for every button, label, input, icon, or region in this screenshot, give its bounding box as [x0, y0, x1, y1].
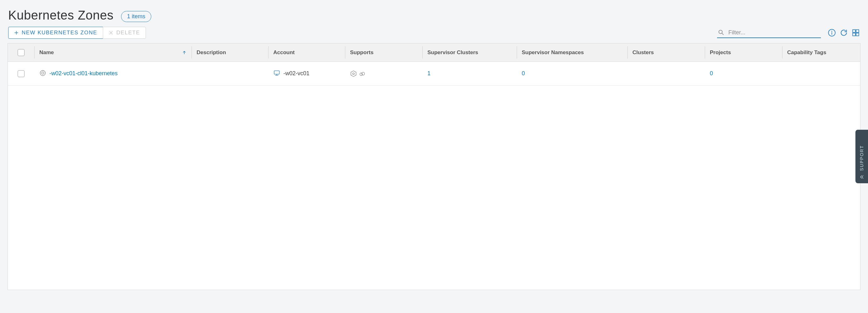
search-icon [718, 29, 724, 36]
refresh-icon[interactable] [840, 29, 848, 37]
toolbar-icons [828, 29, 860, 37]
viewport: Kubernetes Zones 1 items NEW KUBERNETES … [0, 0, 868, 313]
description-cell [191, 69, 268, 78]
svg-point-2 [832, 31, 833, 32]
column-header-supervisor-clusters[interactable]: Supervisor Clusters [422, 44, 517, 61]
supports-cell [345, 66, 422, 82]
filter-field[interactable] [717, 28, 821, 38]
new-kubernetes-zone-button[interactable]: NEW KUBERNETES ZONE [8, 27, 103, 39]
column-header-supervisor-namespaces[interactable]: Supervisor Namespaces [517, 44, 627, 61]
filter-input[interactable] [728, 29, 820, 36]
account-cell: -w02-vc01 [268, 65, 345, 82]
cloud-icon [359, 70, 366, 77]
sort-asc-icon [182, 50, 186, 55]
projects-link[interactable]: 0 [710, 69, 713, 78]
column-header-supervisor-clusters-label: Supervisor Clusters [427, 50, 478, 56]
projects-cell: 0 [705, 65, 782, 82]
column-header-capability-tags[interactable]: Capability Tags [782, 44, 860, 61]
zone-name-link[interactable]: -w02-vc01-cl01-kubernetes [50, 69, 118, 78]
svg-point-11 [352, 73, 354, 75]
plus-icon [14, 31, 19, 35]
column-header-supports-label: Supports [350, 50, 374, 56]
svg-marker-10 [351, 70, 356, 76]
account-value: -w02-vc01 [283, 69, 309, 78]
svg-point-12 [360, 73, 362, 75]
column-header-name[interactable]: Name [34, 44, 191, 61]
supervisor-clusters-cell: 1 [422, 65, 517, 82]
support-tab-label: SUPPORT [859, 145, 864, 171]
supervisor-namespaces-cell: 0 [517, 65, 627, 82]
chevrons-left-icon [859, 174, 864, 179]
delete-label: DELETE [116, 30, 140, 36]
svg-point-8 [41, 72, 44, 74]
clusters-cell [627, 69, 705, 78]
page-header: Kubernetes Zones 1 items [0, 0, 868, 25]
supervisor-clusters-link[interactable]: 1 [427, 69, 431, 78]
delete-button: DELETE [103, 27, 146, 39]
zone-icon [39, 69, 46, 77]
column-header-account[interactable]: Account [268, 44, 345, 61]
info-icon[interactable] [828, 29, 836, 37]
column-header-description-label: Description [196, 50, 226, 56]
table-header-row: Name Description Account Supports Superv… [8, 44, 860, 62]
svg-point-7 [40, 70, 45, 76]
column-header-name-label: Name [39, 50, 54, 56]
supervisor-namespaces-link[interactable]: 0 [522, 69, 525, 78]
column-header-projects-label: Projects [710, 50, 731, 56]
row-select-cell [8, 66, 34, 82]
page-title: Kubernetes Zones [8, 8, 114, 22]
row-select-checkbox[interactable] [18, 70, 25, 77]
column-header-supervisor-namespaces-label: Supervisor Namespaces [522, 50, 584, 56]
column-header-select [8, 44, 34, 61]
vcenter-icon [273, 69, 280, 77]
svg-rect-9 [274, 71, 280, 74]
column-header-clusters-label: Clusters [632, 50, 654, 56]
table-row: -w02-vc01-cl01-kubernetes -w02-vc01 [8, 62, 860, 86]
svg-rect-3 [852, 30, 856, 32]
name-cell: -w02-vc01-cl01-kubernetes [34, 65, 191, 82]
kubernetes-zones-table: Name Description Account Supports Superv… [7, 43, 861, 290]
svg-point-0 [719, 30, 722, 34]
toolbar: NEW KUBERNETES ZONE DELETE [0, 25, 868, 43]
grid-view-icon[interactable] [851, 29, 860, 37]
close-icon [109, 31, 113, 35]
column-header-account-label: Account [273, 50, 295, 56]
item-count-pill: 1 items [121, 11, 151, 22]
capability-tags-cell [782, 69, 860, 78]
column-header-supports[interactable]: Supports [345, 44, 422, 61]
svg-rect-5 [852, 33, 856, 36]
kubernetes-icon [350, 70, 357, 77]
new-kubernetes-zone-label: NEW KUBERNETES ZONE [22, 30, 97, 36]
svg-rect-6 [856, 33, 859, 36]
svg-rect-4 [856, 30, 859, 32]
column-header-capability-tags-label: Capability Tags [787, 50, 826, 56]
column-header-description[interactable]: Description [191, 44, 268, 61]
column-header-clusters[interactable]: Clusters [627, 44, 705, 61]
select-all-checkbox[interactable] [18, 49, 25, 56]
support-tab[interactable]: SUPPORT [856, 130, 868, 183]
column-header-projects[interactable]: Projects [705, 44, 782, 61]
